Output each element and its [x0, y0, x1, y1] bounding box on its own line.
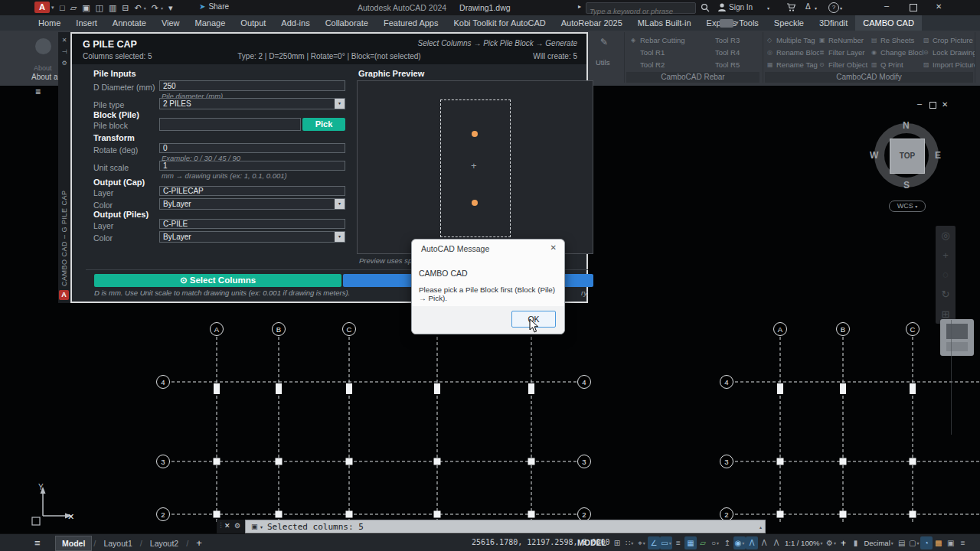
command-close-icon[interactable]: ✕ — [224, 522, 230, 530]
unit-scale-input[interactable] — [159, 161, 345, 171]
ribbon-item-multiple-tag[interactable]: ◇Multiple Tag — [767, 34, 819, 46]
ribbon-item-crop-picture[interactable]: ▧Crop Picture — [923, 34, 975, 46]
window-minimize-button[interactable]: – — [884, 1, 889, 10]
piles-layer-input[interactable] — [159, 219, 345, 229]
palette-title-strip[interactable]: ✕⊣⚙CAMBO CAD – G PILE CAPA — [58, 32, 70, 303]
status-snap-mode-icon[interactable]: ∷▾ — [623, 536, 635, 549]
status-graphics-performance-icon[interactable]: ◔ — [920, 536, 933, 549]
status-selection-cycling-icon[interactable]: ↥ — [721, 536, 733, 549]
orbit-icon[interactable]: ↻ — [942, 289, 950, 300]
piles-color-dropdown-icon[interactable]: ▾ — [335, 232, 345, 242]
command-window-icon[interactable]: ▣ — [251, 523, 258, 530]
undo-icon-caret[interactable]: ▾ — [144, 5, 146, 11]
undo-icon[interactable]: ↶ — [135, 3, 142, 13]
ribbon-display-toggle-icon[interactable] — [720, 19, 733, 28]
viewport-close-icon[interactable]: ✕ — [942, 100, 948, 109]
ribbon-item-filter-layer[interactable]: ≣Filter Layer — [819, 46, 871, 58]
palette-autohide-icon[interactable]: ⊣ — [58, 48, 70, 55]
open-file-icon[interactable]: ▱ — [70, 3, 77, 13]
rotate-input[interactable] — [159, 143, 345, 153]
user-icon[interactable] — [718, 3, 726, 12]
command-customize-icon[interactable]: ⚙ — [234, 522, 240, 530]
ribbon-display-caret-icon[interactable]: ▾ — [736, 20, 739, 26]
viewcube-south[interactable]: S — [903, 180, 910, 191]
ribbon-item-renumber[interactable]: ▣ReNumber — [819, 34, 871, 46]
viewcube-top-face[interactable]: TOP — [890, 139, 925, 174]
new-layout-button[interactable]: + — [190, 537, 208, 549]
plot-icon[interactable]: ▥ — [109, 3, 116, 13]
status-annotation-autoscale-icon[interactable]: Λ — [746, 536, 758, 549]
pile-type-select[interactable]: 2 PILES▾ — [159, 98, 345, 109]
tab-view[interactable]: View — [154, 15, 188, 31]
diameter-input[interactable] — [159, 80, 345, 91]
window-restore-button[interactable] — [910, 4, 917, 11]
cap-layer-input[interactable] — [159, 186, 345, 196]
status-polar-tracking-icon[interactable]: ∠ — [648, 536, 660, 549]
status-transparency-icon[interactable]: ○▾ — [709, 536, 721, 549]
status-display-settings-icon[interactable]: ▢▾ — [908, 536, 920, 549]
pan-icon[interactable]: + — [942, 249, 949, 261]
viewcube-north[interactable]: N — [903, 120, 910, 131]
status-calculator-icon[interactable]: ▤ — [896, 536, 908, 549]
customize-qat-icon[interactable]: ▾ — [168, 3, 173, 13]
status-annotation-visibility-icon[interactable]: ◉▾ — [733, 536, 746, 549]
ribbon-item-filter-object[interactable]: ⊙Filter Object — [819, 58, 871, 70]
docked-tool-button[interactable] — [940, 319, 974, 356]
select-columns-button[interactable]: ⊙ Select Columns — [94, 274, 341, 287]
ribbon-item-rename-block[interactable]: ◎Rename Block — [767, 46, 819, 58]
tab-featured-apps[interactable]: Featured Apps — [376, 15, 446, 31]
status-settings-gear-icon[interactable]: ⚙▾ — [825, 536, 837, 549]
sign-in-caret-icon[interactable]: ▾ — [767, 5, 769, 11]
status-clean-screen-icon[interactable]: ▣ — [945, 536, 957, 549]
dialog-close-icon[interactable]: ✕ — [550, 243, 557, 252]
window-close-button[interactable]: ✕ — [936, 2, 942, 11]
ribbon-item-q-print[interactable]: ▥Q Print — [871, 58, 923, 70]
layout-tab-layout2[interactable]: Layout2 — [144, 536, 185, 550]
pile-block-input[interactable] — [159, 118, 301, 131]
about-button[interactable] — [35, 38, 51, 54]
ribbon-item-lock-drawing[interactable]: ⊝Lock Drawing — [923, 46, 975, 58]
utils-panel-icon[interactable]: ✎ — [600, 37, 608, 47]
tab-mlabs-built-in[interactable]: MLabs Built-in — [630, 15, 699, 31]
ribbon-item-rebar-cutting[interactable]: ◈Rebar Cutting — [631, 34, 706, 46]
save-as-icon[interactable]: ◫ — [96, 3, 103, 13]
panel-title-modify[interactable]: CamboCAD Modify — [765, 72, 973, 83]
help-icon[interactable]: ? — [828, 2, 839, 13]
app-menu-caret-icon[interactable]: ▾ — [51, 5, 54, 11]
share-button[interactable]: ➤Share — [199, 2, 229, 11]
access-caret-icon[interactable]: ▾ — [815, 5, 817, 11]
command-bar-grip[interactable]: ⋮ — [217, 521, 224, 529]
wcs-dropdown[interactable]: WCS ▾ — [889, 201, 926, 212]
pick-button[interactable]: Pick — [302, 118, 345, 131]
ribbon-item-re-sheets[interactable]: ▤Re Sheets — [871, 34, 923, 46]
sign-in-button[interactable]: Sign In — [729, 3, 753, 11]
model-space-canvas[interactable]: ABC443322ABC432 — [0, 314, 980, 537]
ribbon-item-rename-tag[interactable]: ▦Rename Tag — [767, 58, 819, 70]
status-object-snap-icon[interactable]: ▭▾ — [660, 536, 672, 549]
status-layer-indicator-icon[interactable]: ▱ — [697, 536, 709, 549]
status-annotation-scale-a-icon[interactable]: Λ — [758, 536, 770, 549]
tab-kobi-toolkit-for-autocad[interactable]: Kobi Toolkit for AutoCAD — [446, 15, 553, 31]
tab-3dfindit[interactable]: 3Dfindit — [812, 15, 855, 31]
search-expand-icon[interactable]: ▸ — [578, 3, 581, 10]
status-crosshair-toggle-icon[interactable]: + — [837, 536, 849, 549]
tab-manage[interactable]: Manage — [188, 15, 234, 31]
tab-cambo-cad[interactable]: CAMBO CAD — [855, 15, 922, 31]
new-file-icon[interactable]: □ — [60, 3, 65, 12]
viewport-restore-icon[interactable] — [929, 102, 936, 109]
tab-collaborate[interactable]: Collaborate — [318, 15, 376, 31]
status-customization-menu-icon[interactable]: ≡ — [957, 536, 969, 549]
viewport-minimize-icon[interactable]: – — [917, 99, 922, 108]
model-space-indicator[interactable]: MODEL — [577, 538, 606, 547]
viewcube-east[interactable]: E — [935, 150, 941, 161]
ribbon-item-import-picture[interactable]: ▨Import Picture — [923, 58, 975, 70]
command-history-icon[interactable]: ▴ — [760, 524, 762, 530]
palette-close-icon[interactable]: ✕ — [58, 37, 70, 44]
cart-icon[interactable] — [787, 3, 796, 12]
status-lineweight-icon[interactable]: ≡ — [672, 536, 684, 549]
ribbon-item-change-block[interactable]: ◉Change Block — [871, 46, 923, 58]
save-icon[interactable]: ▣ — [82, 3, 90, 13]
showmotion-icon[interactable]: ⊞ — [942, 308, 950, 320]
command-caret-icon[interactable]: ▾ — [260, 524, 263, 530]
tab-add-ins[interactable]: Add-ins — [273, 15, 317, 31]
